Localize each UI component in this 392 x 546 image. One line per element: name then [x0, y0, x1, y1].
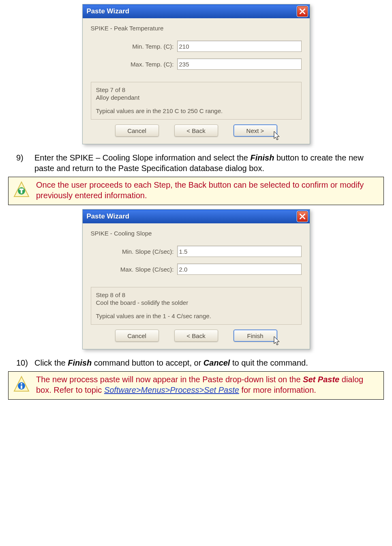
wizard-heading: SPIKE - Cooling Slope [91, 230, 302, 237]
max-temp-input[interactable] [177, 58, 302, 70]
step-subhead: Alloy dependant [96, 94, 296, 101]
max-slope-label: Max. Slope (C/sec): [103, 266, 177, 273]
svg-point-4 [21, 383, 22, 385]
min-temp-input[interactable] [177, 41, 302, 52]
close-icon[interactable] [297, 211, 308, 222]
back-button[interactable]: < Back [174, 124, 218, 137]
min-temp-label: Min. Temp. (C): [103, 43, 177, 50]
finish-word: Finish [251, 153, 274, 162]
finish-button-label: Finish [247, 332, 263, 339]
min-slope-label: Min. Slope (C/sec): [103, 248, 177, 255]
step-info-box: Step 7 of 8 Alloy dependant Typical valu… [91, 82, 302, 120]
typical-values: Typical values are in the 210 C to 250 C… [96, 107, 296, 114]
tip-text: Once the user proceeds to each Step, the… [36, 180, 379, 201]
step-counter: Step 7 of 8 [96, 86, 296, 93]
min-slope-input[interactable] [177, 246, 302, 257]
max-temp-label: Max. Temp. (C): [103, 61, 177, 68]
paste-wizard-peak-temperature: Paste Wizard SPIKE - Peak Temperature Mi… [82, 4, 310, 144]
instruction-step-9: 9) Enter the SPIKE – Cooling Slope infor… [16, 152, 380, 173]
tip-icon [13, 181, 30, 201]
set-paste-link[interactable]: Software>Menus>Process>Set Paste [104, 385, 239, 394]
step-number: 9) [16, 152, 34, 173]
finish-word: Finish [68, 358, 92, 367]
cancel-button[interactable]: Cancel [115, 124, 159, 137]
step-10-text-after: to quit the command. [230, 358, 308, 367]
step-counter: Step 8 of 8 [96, 291, 296, 298]
step-info-box: Step 8 of 8 Cool the board - solidify th… [91, 287, 302, 325]
titlebar[interactable]: Paste Wizard [83, 4, 310, 18]
info-note-set-paste: The new process paste will now appear in… [8, 371, 384, 400]
cursor-icon [274, 336, 281, 346]
titlebar[interactable]: Paste Wizard [83, 210, 310, 223]
typical-values: Typical values are in the 1 - 4 C/sec ra… [96, 313, 296, 319]
set-paste-word: Set Paste [303, 375, 339, 384]
next-button-label: Next > [246, 127, 264, 134]
step-subhead: Cool the board - solidify the solder [96, 299, 296, 306]
step-number: 10) [16, 358, 34, 368]
step-10-text-mid: command button to accept, or [92, 358, 203, 367]
finish-button[interactable]: Finish [233, 330, 277, 342]
window-title: Paste Wizard [87, 212, 297, 221]
close-icon[interactable] [297, 6, 308, 17]
paste-wizard-cooling-slope: Paste Wizard SPIKE - Cooling Slope Min. … [82, 209, 310, 349]
wizard-heading: SPIKE - Peak Temperature [91, 25, 302, 32]
instruction-step-10: 10) Click the Finish command button to a… [16, 358, 380, 368]
max-slope-input[interactable] [177, 263, 302, 275]
svg-rect-2 [19, 188, 24, 190]
tip-note-back-button: Once the user proceeds to each Step, the… [8, 177, 384, 205]
svg-rect-5 [21, 385, 22, 389]
back-button[interactable]: < Back [174, 330, 218, 342]
info-text-before: The new process paste will now appear in… [36, 375, 303, 384]
window-title: Paste Wizard [87, 7, 297, 15]
cancel-word: Cancel [203, 358, 230, 367]
info-text-after: for more information. [239, 385, 316, 394]
step-9-text-before: Enter the SPIKE – Cooling Slope informat… [34, 153, 251, 162]
next-button[interactable]: Next > [233, 124, 277, 137]
cancel-button[interactable]: Cancel [115, 330, 159, 342]
info-icon [13, 376, 30, 396]
step-10-text-before: Click the [34, 358, 68, 367]
cursor-icon [274, 131, 281, 141]
